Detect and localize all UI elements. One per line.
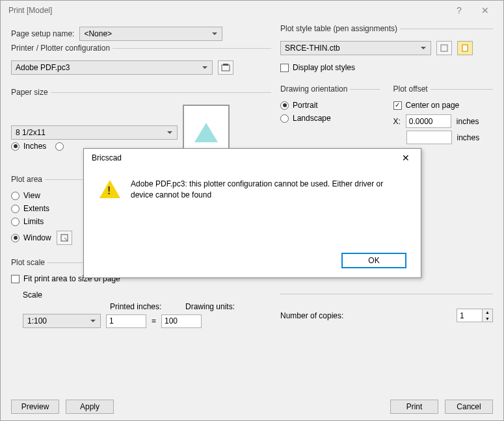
check-center[interactable]: ✓Center on page [393,101,460,110]
cancel-button[interactable]: Cancel [445,400,493,414]
printer-group: Printer / Plotter configuration Adobe PD… [11,44,271,84]
style-edit-icon[interactable] [436,41,452,55]
scale-label: Scale [23,290,271,300]
copies-spinner[interactable]: ▲▼ [457,309,493,322]
modal-title: Bricscad [92,153,396,162]
modal-message: Adobe PDF.pc3: this plotter configuratio… [131,179,405,201]
radio-landscape[interactable]: Landscape [280,114,331,123]
titlebar: Print [Model] ? ✕ [1,1,503,20]
radio-mm[interactable] [55,142,64,151]
warning-icon [99,180,120,198]
paper-value: 8 1/2x11 [16,128,46,137]
close-icon[interactable]: ✕ [472,5,498,16]
printed-input[interactable] [106,314,146,328]
ok-button[interactable]: OK [341,253,406,268]
help-icon[interactable]: ? [446,5,472,16]
drawing-units-label: Drawing units: [185,302,235,311]
footer: Preview Apply Print Cancel [11,400,493,414]
orientation-legend: Drawing orientation [280,84,350,94]
printed-inches-label: Printed inches: [110,302,166,311]
paper-combo[interactable]: 8 1/2x11 [11,125,178,140]
plot-style-group: Plot style table (pen assignments) SRCE-… [280,24,493,81]
offset-legend: Plot offset [393,84,431,94]
printer-value: Adobe PDF.pc3 [16,63,70,72]
window-title: Print [Model] [8,6,446,15]
plot-style-combo[interactable]: SRCE-THIN.ctb [280,41,431,55]
style-new-icon[interactable] [457,41,473,55]
copies-label: Number of copies: [280,311,451,320]
modal-close-icon[interactable]: ✕ [396,153,416,163]
svg-rect-1 [223,64,228,66]
page-setup-combo[interactable]: <None> [79,27,222,41]
printer-combo[interactable]: Adobe PDF.pc3 [11,60,213,75]
check-display-styles[interactable]: Display plot styles [280,63,355,72]
orientation-group: Drawing orientation Portrait Landscape [280,84,380,153]
offset-y-unit: inches [457,133,480,142]
page-setup-value: <None> [84,29,112,38]
spin-up-icon[interactable]: ▲ [483,309,492,316]
radio-portrait[interactable]: Portrait [280,101,318,110]
window-pick-icon[interactable] [57,231,72,245]
radio-window[interactable]: Window [11,233,51,242]
offset-group: Plot offset ✓Center on page X: inches in… [393,84,494,153]
apply-button[interactable]: Apply [66,400,114,414]
radio-extents[interactable]: Extents [11,204,49,213]
printer-config-icon[interactable] [218,60,233,75]
plot-style-legend: Plot style table (pen assignments) [280,24,400,33]
drawing-input[interactable] [161,314,202,328]
error-modal: Bricscad ✕ Adobe PDF.pc3: this plotter c… [83,148,421,278]
preview-button[interactable]: Preview [11,400,59,414]
radio-inches[interactable]: Inches [11,142,46,151]
equals-sign: = [152,316,156,325]
modal-titlebar: Bricscad ✕ [84,149,421,167]
radio-view[interactable]: View [11,191,40,200]
radio-limits[interactable]: Limits [11,217,44,226]
page-setup-label: Page setup name: [11,29,74,38]
copies-input[interactable] [457,309,483,322]
plot-area-legend: Plot area [11,175,45,184]
offset-x-unit: inches [457,117,479,126]
copies-group: Number of copies: ▲▼ [280,294,493,331]
svg-rect-3 [441,45,447,51]
printer-legend: Printer / Plotter configuration [11,44,113,53]
svg-rect-4 [462,45,468,51]
offset-x-input[interactable] [406,114,451,128]
paper-legend: Paper size [11,88,51,97]
svg-rect-0 [222,65,230,71]
offset-y-input[interactable] [406,131,452,144]
plot-scale-legend: Plot scale [11,258,47,267]
print-button[interactable]: Print [390,400,438,414]
offset-x-label: X: [393,117,401,126]
spin-down-icon[interactable]: ▼ [483,316,492,322]
scale-combo[interactable]: 1:100 [23,314,101,328]
